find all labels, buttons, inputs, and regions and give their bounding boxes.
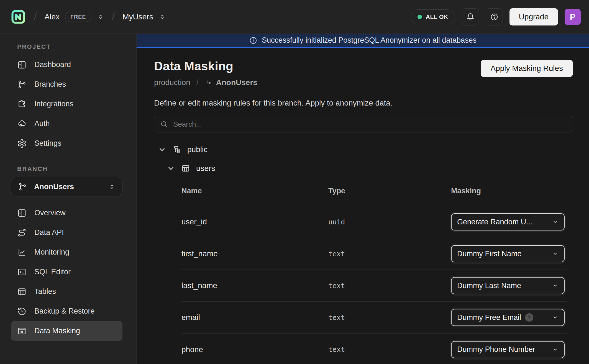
sidebar-item-branches[interactable]: Branches bbox=[11, 75, 122, 94]
apply-masking-rules-button[interactable]: Apply Masking Rules bbox=[481, 60, 573, 77]
sidebar-item-label: Dashboard bbox=[34, 60, 71, 69]
column-type: text bbox=[328, 250, 451, 258]
branches-icon bbox=[17, 80, 27, 89]
chevron-down-icon[interactable] bbox=[167, 164, 175, 173]
breadcrumb-parent[interactable]: production bbox=[154, 78, 190, 87]
sidebar-item-label: Auth bbox=[34, 119, 50, 128]
data-masking-icon bbox=[17, 326, 27, 336]
sidebar-item-label: SQL Editor bbox=[34, 268, 71, 276]
column-name: email bbox=[181, 313, 328, 322]
page-description: Define or edit masking rules for this br… bbox=[154, 99, 573, 107]
child-branch-icon bbox=[205, 79, 212, 86]
neon-logo[interactable] bbox=[11, 9, 26, 25]
sidebar-item-dashboard[interactable]: Dashboard bbox=[11, 55, 122, 75]
sidebar-item-data-masking[interactable]: Data Masking bbox=[11, 321, 122, 341]
backup-restore-icon bbox=[17, 307, 27, 316]
dashboard-icon bbox=[17, 60, 27, 70]
status-dot-icon bbox=[418, 15, 422, 19]
sidebar-item-backup-restore[interactable]: Backup & Restore bbox=[11, 301, 122, 321]
schema-icon bbox=[172, 145, 181, 154]
column-type: text bbox=[328, 345, 451, 353]
chevron-down-icon bbox=[552, 314, 559, 321]
sidebar-item-settings[interactable]: Settings bbox=[11, 134, 122, 153]
column-type: text bbox=[328, 282, 451, 290]
status-label: ALL OK bbox=[426, 14, 448, 20]
data-api-icon bbox=[17, 228, 27, 237]
masking-select[interactable]: Dummy Phone Number bbox=[451, 341, 565, 358]
banner-message: Successfully initialized PostgreSQL Anon… bbox=[262, 36, 477, 45]
notification-banner: Successfully initialized PostgreSQL Anon… bbox=[137, 34, 589, 48]
sidebar-item-label: Monitoring bbox=[34, 248, 69, 257]
org-switcher[interactable]: Alex FREE bbox=[45, 12, 104, 22]
masking-value: Dummy First Name bbox=[457, 250, 522, 258]
masking-value: Generate Random U... bbox=[457, 218, 532, 226]
column-type: uuid bbox=[328, 218, 451, 226]
sidebar-item-monitoring[interactable]: Monitoring bbox=[11, 242, 122, 262]
sidebar-item-label: Data API bbox=[34, 228, 64, 237]
upgrade-button[interactable]: Upgrade bbox=[509, 8, 558, 25]
branch-menu: OverviewData APIMonitoringSQL EditorTabl… bbox=[0, 203, 136, 341]
breadcrumb-separator: / bbox=[196, 78, 199, 87]
tree-node-table[interactable]: users bbox=[154, 164, 573, 173]
user-avatar[interactable]: P bbox=[565, 9, 581, 25]
main-content: Successfully initialized PostgreSQL Anon… bbox=[137, 34, 589, 364]
table-name: users bbox=[196, 164, 215, 173]
column-name: last_name bbox=[181, 281, 328, 290]
help-button[interactable] bbox=[486, 8, 503, 25]
sidebar-section-project: PROJECT bbox=[17, 43, 136, 50]
masking-select[interactable]: Generate Random U... bbox=[451, 213, 565, 230]
sidebar-item-integrations[interactable]: Integrations bbox=[11, 94, 122, 114]
table-icon bbox=[181, 164, 190, 173]
sidebar-item-auth[interactable]: Auth bbox=[11, 114, 122, 134]
masking-select[interactable]: Dummy Free Email ? bbox=[451, 309, 565, 326]
sidebar-item-tables[interactable]: Tables bbox=[11, 282, 122, 301]
breadcrumb-current[interactable]: AnonUsers bbox=[216, 78, 257, 87]
columns-table: Name Type Masking user_id uuid Generate … bbox=[181, 180, 567, 364]
project-name: MyUsers bbox=[122, 12, 153, 21]
masking-value: Dummy Last Name bbox=[457, 281, 521, 290]
search-icon bbox=[160, 120, 168, 128]
sidebar-section-branch: BRANCH bbox=[17, 165, 136, 173]
sql-editor-icon bbox=[17, 267, 27, 277]
sidebar-item-overview[interactable]: Overview bbox=[11, 203, 122, 223]
status-badge[interactable]: ALL OK bbox=[411, 9, 455, 24]
notifications-button[interactable] bbox=[462, 8, 479, 25]
chevron-down-icon bbox=[552, 219, 559, 225]
sidebar-item-sql-editor[interactable]: SQL Editor bbox=[11, 262, 122, 282]
settings-icon bbox=[17, 139, 27, 148]
column-name: user_id bbox=[181, 217, 328, 226]
project-switcher[interactable]: MyUsers bbox=[122, 12, 166, 21]
tree-node-schema[interactable]: public bbox=[154, 145, 573, 154]
sidebar-item-label: Tables bbox=[34, 287, 56, 296]
sidebar-item-label: Data Masking bbox=[34, 327, 80, 335]
branch-selector[interactable]: AnonUsers bbox=[11, 177, 122, 196]
page-title: Data Masking bbox=[154, 59, 257, 73]
plan-badge: FREE bbox=[65, 12, 91, 22]
column-name: first_name bbox=[181, 249, 328, 258]
help-badge-icon[interactable]: ? bbox=[525, 313, 533, 322]
column-name: phone bbox=[181, 345, 328, 354]
tables-icon bbox=[17, 287, 27, 296]
branch-icon bbox=[18, 182, 27, 191]
masking-select[interactable]: Dummy Last Name bbox=[451, 277, 565, 294]
overview-icon bbox=[17, 208, 27, 218]
app-root: / Alex FREE / MyUsers ALL OK bbox=[0, 0, 589, 364]
table-row: first_name text Dummy First Name bbox=[181, 238, 567, 270]
schema-tree: public users Name T bbox=[154, 145, 573, 364]
masking-select[interactable]: Dummy First Name bbox=[451, 245, 565, 262]
sidebar-item-data-api[interactable]: Data API bbox=[11, 223, 122, 242]
project-menu: DashboardBranchesIntegrationsAuthSetting… bbox=[0, 55, 136, 153]
monitoring-icon bbox=[17, 248, 27, 257]
column-header-masking: Masking bbox=[451, 187, 567, 195]
topbar: / Alex FREE / MyUsers ALL OK bbox=[0, 0, 589, 34]
breadcrumb: production / AnonUsers bbox=[154, 78, 257, 87]
column-header-type: Type bbox=[328, 187, 451, 195]
search-input[interactable] bbox=[173, 120, 567, 129]
help-circle-icon bbox=[490, 13, 498, 21]
chevron-down-icon[interactable] bbox=[158, 145, 166, 154]
column-type: text bbox=[328, 314, 451, 322]
chevron-down-icon bbox=[552, 250, 559, 257]
breadcrumb-separator: / bbox=[34, 11, 37, 23]
breadcrumb-separator: / bbox=[112, 11, 115, 23]
chevron-down-icon bbox=[552, 282, 559, 289]
